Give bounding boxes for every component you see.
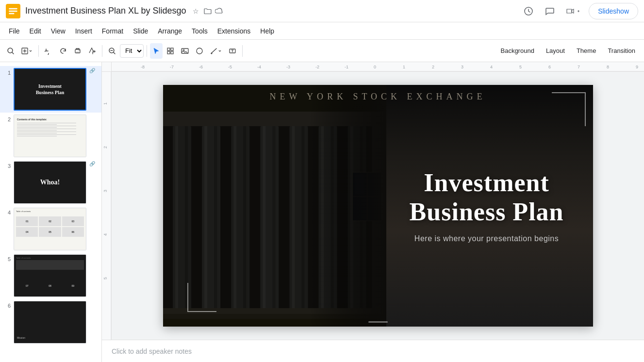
menu-slide[interactable]: Slide bbox=[128, 25, 153, 37]
undo-button[interactable] bbox=[42, 43, 55, 59]
slide-item-3[interactable]: 3 Whoa! 🔗 bbox=[0, 159, 101, 206]
svg-rect-13 bbox=[167, 51, 170, 54]
svg-text:-4: -4 bbox=[257, 65, 261, 69]
theme-button[interactable]: Theme bbox=[572, 45, 601, 56]
slide-3-whoa-text: Whoa! bbox=[40, 179, 60, 186]
svg-text:0: 0 bbox=[374, 65, 376, 69]
svg-rect-3 bbox=[9, 13, 14, 14]
line-5 bbox=[17, 129, 76, 129]
speaker-notes[interactable]: Click to add speaker notes bbox=[102, 340, 644, 362]
menu-view[interactable]: View bbox=[46, 25, 70, 37]
nyse-text: NEW YORK STOCK EXCHANGE bbox=[163, 92, 593, 102]
slide-2-contents-title: Contents of this template: bbox=[17, 118, 83, 121]
background-button[interactable]: Background bbox=[495, 45, 539, 56]
comment-button[interactable] bbox=[541, 2, 559, 20]
app-icon bbox=[6, 4, 20, 18]
toolbar-sep-2 bbox=[102, 45, 102, 57]
transition-button[interactable]: Transition bbox=[603, 45, 640, 56]
slide-5-bg-bar bbox=[16, 260, 84, 270]
doc-title[interactable]: Investment Business Plan XL by Slidesgo bbox=[25, 6, 186, 16]
cell-08: 08 bbox=[39, 281, 61, 290]
textbox-button[interactable] bbox=[226, 43, 239, 59]
svg-rect-61 bbox=[292, 126, 295, 327]
insert-line-button[interactable] bbox=[207, 43, 225, 59]
slide-5-grid: 07 08 09 bbox=[16, 281, 84, 290]
menu-insert[interactable]: Insert bbox=[70, 25, 97, 37]
zoom-select[interactable]: Fit bbox=[120, 44, 144, 58]
toolbar-right-buttons: Background Layout Theme Transition bbox=[495, 45, 640, 56]
svg-rect-1 bbox=[9, 8, 17, 9]
new-slide-button[interactable] bbox=[18, 43, 35, 59]
zoom-out-button[interactable] bbox=[105, 43, 119, 59]
svg-rect-49 bbox=[175, 126, 178, 327]
history-button[interactable] bbox=[520, 2, 537, 20]
slide-number-6: 6 bbox=[4, 303, 11, 309]
svg-rect-58 bbox=[263, 126, 265, 327]
cloud-icon[interactable] bbox=[215, 6, 224, 16]
slide-canvas: NEW YORK STOCK EXCHANGE Investment Busin… bbox=[163, 85, 593, 327]
canvas-row: 1 2 3 4 5 bbox=[102, 72, 644, 340]
canvas-area: -8 -7 -6 -5 -4 -3 -2 -1 0 1 2 3 4 5 6 7 bbox=[102, 62, 644, 362]
star-icon[interactable]: ☆ bbox=[191, 6, 201, 16]
menu-bar: File Edit View Insert Format Slide Arran… bbox=[0, 22, 644, 40]
slide-item-5[interactable]: 5 Table of contents 07 08 09 bbox=[0, 252, 101, 299]
slide-number-4: 4 bbox=[4, 210, 11, 215]
horizontal-ruler: -8 -7 -6 -5 -4 -3 -2 -1 0 1 2 3 4 5 6 7 bbox=[112, 62, 644, 72]
paint-format-button[interactable] bbox=[85, 43, 99, 59]
slideshow-button[interactable]: Slideshow bbox=[589, 3, 638, 19]
cell-04: 04 bbox=[16, 227, 38, 237]
menu-extensions[interactable]: Extensions bbox=[213, 25, 255, 37]
slide-item-1[interactable]: 1 InvestmentBusiness Plan 🔗 bbox=[0, 66, 101, 113]
folder-icon[interactable] bbox=[203, 6, 213, 16]
svg-text:-6: -6 bbox=[199, 65, 203, 69]
svg-rect-77 bbox=[309, 85, 386, 327]
slide-thumb-4: Table of contents 01 02 03 04 05 06 bbox=[14, 208, 86, 250]
svg-text:1: 1 bbox=[403, 65, 405, 69]
insert-shape-button[interactable] bbox=[193, 43, 206, 59]
cell-05: 05 bbox=[39, 227, 61, 237]
line-3 bbox=[17, 126, 76, 126]
menu-arrange[interactable]: Arrange bbox=[153, 25, 187, 37]
insert-image-button[interactable] bbox=[178, 43, 192, 59]
svg-text:3: 3 bbox=[103, 190, 108, 192]
slide-item-6[interactable]: 6 Mission bbox=[0, 299, 101, 346]
layout-button[interactable]: Layout bbox=[541, 45, 570, 56]
slide-thumb-5: Table of contents 07 08 09 bbox=[14, 254, 86, 297]
svg-text:-1: -1 bbox=[345, 65, 348, 69]
svg-rect-62 bbox=[301, 126, 304, 327]
cell-09: 09 bbox=[62, 281, 84, 290]
cursor-tool[interactable] bbox=[150, 43, 163, 59]
svg-text:2: 2 bbox=[432, 65, 434, 69]
svg-rect-12 bbox=[171, 48, 173, 50]
slide-canvas-wrapper[interactable]: NEW YORK STOCK EXCHANGE Investment Busin… bbox=[112, 72, 644, 340]
menu-help[interactable]: Help bbox=[255, 25, 279, 37]
line-8 bbox=[17, 133, 57, 133]
speaker-notes-placeholder: Click to add speaker notes bbox=[112, 347, 192, 355]
menu-file[interactable]: File bbox=[4, 25, 25, 37]
menu-edit[interactable]: Edit bbox=[25, 25, 46, 37]
rulers: -8 -7 -6 -5 -4 -3 -2 -1 0 1 2 3 4 5 6 7 bbox=[102, 62, 644, 72]
redo-button[interactable] bbox=[56, 43, 70, 59]
slide-1-thumb-title: InvestmentBusiness Plan bbox=[36, 83, 65, 96]
print-button[interactable] bbox=[71, 43, 84, 59]
svg-point-9 bbox=[79, 50, 79, 50]
slide-panel: 1 InvestmentBusiness Plan 🔗 2 Contents o… bbox=[0, 62, 102, 362]
svg-text:7: 7 bbox=[578, 65, 580, 69]
slide-text-area: Investment Business Plan Here is where y… bbox=[410, 168, 564, 243]
slide-item-4[interactable]: 4 Table of contents 01 02 03 04 05 06 bbox=[0, 206, 101, 252]
svg-text:-5: -5 bbox=[228, 65, 232, 69]
slide-thumb-2: Contents of this template: bbox=[14, 115, 86, 157]
svg-rect-11 bbox=[167, 48, 170, 50]
svg-point-16 bbox=[183, 49, 184, 51]
slide-subtitle: Here is where your presentation begins bbox=[410, 234, 564, 243]
line-6 bbox=[17, 130, 57, 131]
slide-5-toc-label: Table of contents bbox=[16, 257, 84, 259]
video-button[interactable] bbox=[562, 2, 585, 20]
svg-rect-59 bbox=[272, 126, 275, 327]
slide-item-2[interactable]: 2 Contents of this template: bbox=[0, 113, 101, 159]
svg-point-18 bbox=[211, 52, 213, 54]
menu-format[interactable]: Format bbox=[97, 25, 128, 37]
search-button[interactable] bbox=[4, 43, 17, 59]
select-grid-tool[interactable] bbox=[164, 43, 177, 59]
menu-tools[interactable]: Tools bbox=[187, 25, 213, 37]
